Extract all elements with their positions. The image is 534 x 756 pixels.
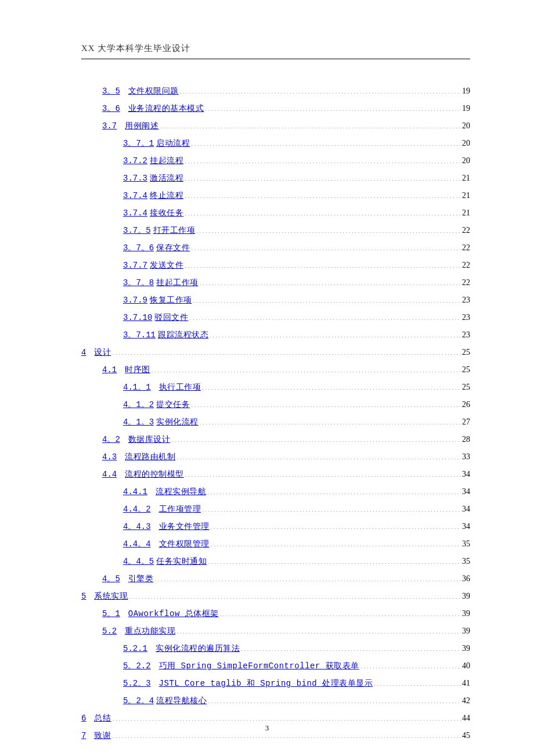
toc-entry-page: 33 [461,451,470,463]
toc-entry: 5。2.2巧用 Spring SimpleFormController 获取表单… [81,660,470,672]
toc-leader-dots [359,661,461,668]
toc-entry-number-link[interactable]: 3。5 [102,85,120,98]
toc-entry: 4.4。2工作项管理 34 [81,503,470,516]
toc-entry-page: 28 [461,433,470,445]
toc-entry-number-link[interactable]: 5.2 [102,625,117,638]
toc-entry-number-link[interactable]: 6 [81,712,86,725]
toc-entry-title-link[interactable]: 巧用 Spring SimpleFormController 获取表单 [159,660,359,672]
toc-entry-page: 21 [461,207,470,219]
toc-entry-number-link[interactable]: 4.3 [102,451,117,463]
toc-entry: 4.1时序图 25 [81,363,470,376]
toc-entry: 3.7.3激活流程 21 [81,172,470,185]
toc-entry-number-link[interactable]: 3。7。6 [123,242,154,254]
toc-entry-number-link[interactable]: 3.7.10 [123,312,152,324]
toc-entry-number-link[interactable]: 4。1。2 [123,399,154,411]
toc-entry: 5。2。4流程导航核心 42 [81,694,470,707]
toc-entry-title-link[interactable]: 流程导航核心 [156,695,207,707]
toc-entry-number-link[interactable]: 3.7 [102,120,117,132]
toc-entry-number-link[interactable]: 3.7.7 [123,260,147,272]
toc-entry-number-link[interactable]: 3.7.4 [123,190,147,202]
toc-entry-page: 21 [461,172,470,184]
toc-entry-number-link[interactable]: 3.7.4 [123,207,147,219]
toc-entry: 3.7.2挂起流程 20 [81,154,470,167]
toc-entry-title-link[interactable]: OAworkflow 总体框架 [128,608,219,620]
toc-entry-title-link[interactable]: 文件权限问题 [128,85,179,98]
toc-entry-title-link[interactable]: 业务流程的基本模式 [128,103,204,115]
toc-entry-number-link[interactable]: 4.4 [102,469,117,481]
toc-entry-title-link[interactable]: 时序图 [125,364,150,376]
toc-leader-dots [183,208,461,215]
toc-entry-title-link[interactable]: 设计 [94,347,111,359]
toc-entry-title-link[interactable]: 接收任务 [150,207,183,219]
toc-entry-title-link[interactable]: 打开工作项 [153,225,196,237]
toc-entry-title-link[interactable]: 工作项管理 [159,503,201,516]
toc-entry: 3。5文件权限问题 19 [81,85,470,98]
toc-entry-number-link[interactable]: 5 [81,591,86,603]
toc-leader-dots [204,103,461,111]
toc-entry: 3。7.11跟踪流程状态 23 [81,329,470,341]
toc-entry-title-link[interactable]: 挂起工作项 [156,277,199,289]
toc-entry-title-link[interactable]: 激活流程 [150,172,183,185]
toc-entry-number-link[interactable]: 5.2.1 [123,643,147,655]
toc-entry-number-link[interactable]: 3.7.9 [123,294,147,307]
toc-entry-title-link[interactable]: 重点功能实现 [125,625,175,638]
toc-entry-number-link[interactable]: 4。4。5 [123,556,154,568]
toc-entry-number-link[interactable]: 4.4。2 [123,503,151,516]
toc-entry-title-link[interactable]: 保存文件 [156,242,190,254]
toc-entry-title-link[interactable]: 总结 [94,712,111,725]
toc-entry-number-link[interactable]: 3。6 [102,103,120,115]
toc-entry-number-link[interactable]: 3。7。1 [123,138,154,150]
toc-entry: 5.2.1实例化流程的遍历算法 39 [81,642,470,655]
toc-entry-page: 22 [461,242,470,254]
toc-entry-title-link[interactable]: 引擎类 [128,573,154,585]
toc-entry-title-link[interactable]: 流程的控制模型 [125,469,184,481]
toc-entry-number-link[interactable]: 4。4.3 [123,521,151,533]
toc-entry-title-link[interactable]: 终止流程 [150,190,183,202]
toc-leader-dots [207,696,461,703]
toc-entry-number-link[interactable]: 5.2。3 [123,678,151,690]
toc-leader-dots [179,86,461,93]
toc-entry-title-link[interactable]: 启动流程 [156,138,190,150]
toc-entry-number-link[interactable]: 5。2。4 [123,695,154,707]
toc-entry-number-link[interactable]: 4。1。3 [123,416,154,429]
toc-entry-number-link[interactable]: 3.7.3 [123,172,147,185]
toc-entry-title-link[interactable]: 系统实现 [94,591,128,603]
toc-entry-number-link[interactable]: 3。7.11 [123,329,156,341]
toc-entry-title-link[interactable]: 任务实时通知 [156,556,207,568]
toc-entry-title-link[interactable]: 业务文件管理 [159,521,210,533]
toc-entry-page: 25 [461,346,470,358]
toc-entry-number-link[interactable]: 4.1 [102,364,117,376]
toc-entry-title-link[interactable]: 挂起流程 [150,155,183,167]
toc-entry-title-link[interactable]: 用例阐述 [125,120,158,132]
toc-leader-dots [111,347,461,355]
toc-leader-dots [208,330,461,337]
toc-entry-title-link[interactable]: 实例化流程 [156,416,199,429]
toc-entry-title-link[interactable]: 文件权限管理 [159,538,210,550]
toc-entry-title-link[interactable]: 发送文件 [150,260,183,272]
toc-entry-title-link[interactable]: 执行工作项 [159,381,201,394]
toc-entry-page: 36 [461,573,470,585]
toc-entry-number-link[interactable]: 3.7。5 [123,225,151,237]
toc-entry-number-link[interactable]: 4.4.1 [123,486,147,498]
toc-entry-title-link[interactable]: JSTL Core taglib 和 Spring bind 处理表单显示 [159,678,373,690]
toc-entry-title-link[interactable]: 跟踪流程状态 [158,329,208,341]
toc-entry-title-link[interactable]: 流程路由机制 [125,451,175,463]
toc-entry-title-link[interactable]: 流程实例导航 [156,486,206,498]
toc-entry-number-link[interactable]: 4。5 [102,573,120,585]
toc-entry-number-link[interactable]: 4 [81,347,86,359]
toc-entry-page: 39 [461,590,470,602]
toc-entry-number-link[interactable]: 5。1 [102,608,120,620]
toc-entry-number-link[interactable]: 5。2.2 [123,660,151,672]
toc-entry-number-link[interactable]: 4.1。1 [123,381,151,394]
toc-entry-title-link[interactable]: 恢复工作项 [150,294,192,307]
toc-entry-number-link[interactable]: 4.4。4 [123,538,151,550]
toc-entry-title-link[interactable]: 实例化流程的遍历算法 [156,643,240,655]
toc-entry-title-link[interactable]: 提交任务 [156,399,190,411]
toc-entry-title-link[interactable]: 驳回文件 [154,312,188,324]
toc-entry-page: 19 [461,85,470,97]
toc-entry-number-link[interactable]: 4。2 [102,434,120,446]
toc-entry-number-link[interactable]: 3。7。8 [123,277,154,289]
toc-entry-number-link[interactable]: 3.7.2 [123,155,147,167]
toc-leader-dots [153,574,461,581]
toc-entry-title-link[interactable]: 数据库设计 [128,434,171,446]
